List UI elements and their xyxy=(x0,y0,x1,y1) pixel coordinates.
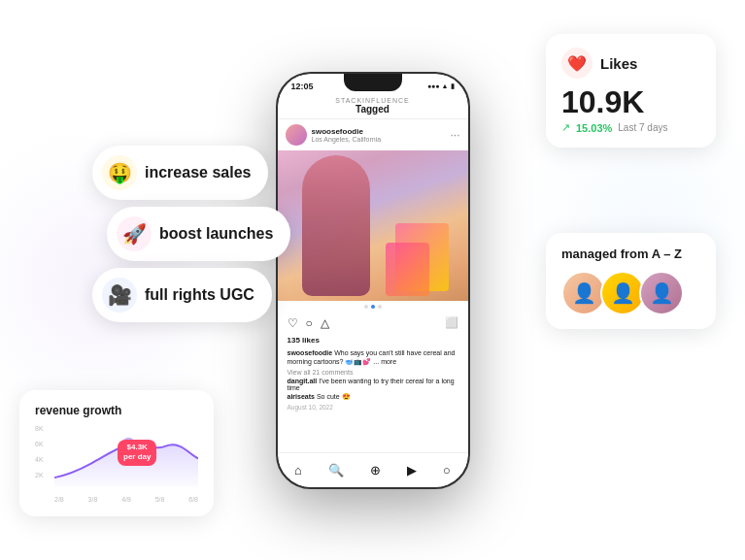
y-axis-labels: 8K 6K 4K 2K xyxy=(35,425,44,487)
revenue-badge-value: $4.3K xyxy=(123,443,151,452)
pill-increase-sales: 🤑 increase sales xyxy=(92,146,268,200)
money-emoji: 🤑 xyxy=(102,155,137,190)
nav-reels-icon[interactable]: ▶ xyxy=(407,463,417,478)
signal-icon: ●●● xyxy=(427,82,440,89)
phone-tab: Tagged xyxy=(278,104,468,115)
revenue-card: revenue growth 8K 6K 4K 2K xyxy=(19,390,214,516)
phone-header: STACKINFLUENCE Tagged xyxy=(278,95,468,119)
x-label-4-8: 4/8 xyxy=(121,496,131,503)
bookmark-icon[interactable]: ⬜ xyxy=(445,316,458,329)
caption-username: swoosefoodie xyxy=(288,349,333,356)
comment-icon[interactable]: ○ xyxy=(306,316,313,330)
more-options-icon[interactable]: ··· xyxy=(450,128,459,142)
nav-add-icon[interactable]: ⊕ xyxy=(370,463,381,478)
view-comments[interactable]: View all 21 comments xyxy=(278,368,468,377)
phone-actions: ♡ ○ △ ⬜ xyxy=(278,313,468,334)
rocket-emoji: 🚀 xyxy=(117,216,152,251)
managed-card: managed from A – Z xyxy=(546,233,716,329)
username: swoosefoodie xyxy=(312,127,446,136)
camera-emoji: 🎥 xyxy=(102,278,137,313)
revenue-badge-sub: per day xyxy=(123,452,151,462)
revenue-card-title: revenue growth xyxy=(35,404,198,417)
chart-svg-area: $4.3K per day xyxy=(54,425,198,487)
pill-full-rights-ugc: 🎥 full rights UGC xyxy=(92,268,272,322)
x-label-5-8: 5/8 xyxy=(155,496,165,503)
x-label-2-8: 2/8 xyxy=(54,496,64,503)
nav-profile-icon[interactable]: ○ xyxy=(443,463,451,478)
status-time: 12:05 xyxy=(291,82,314,91)
share-icon[interactable]: △ xyxy=(321,316,329,330)
heart-icon-likes: ❤️ xyxy=(561,48,593,79)
phone-likes: 135 likes xyxy=(278,334,468,346)
image-dots xyxy=(278,301,468,313)
likes-period: Last 7 days xyxy=(618,122,667,133)
likes-card-title: Likes xyxy=(600,55,637,72)
phone-user-row: swoosefoodie Los Angeles, California ··· xyxy=(278,119,468,150)
dot-1 xyxy=(364,305,368,309)
phone-caption: swoosefoodie Who says you can't still ha… xyxy=(278,346,468,368)
avatar xyxy=(286,124,307,146)
nav-home-icon[interactable]: ⌂ xyxy=(294,463,302,478)
likes-growth-value: 15.03% xyxy=(576,122,612,134)
likes-meta: ↗ 15.03% Last 7 days xyxy=(561,121,700,134)
main-scene: 12:05 ●●● ▲ ▮ STACKINFLUENCE Tagged swoo… xyxy=(0,0,745,560)
dot-3 xyxy=(378,305,382,309)
phone-post-image xyxy=(278,150,468,301)
battery-icon: ▮ xyxy=(451,82,455,90)
status-icons: ●●● ▲ ▮ xyxy=(427,82,455,90)
comment-text-2: So cute 😍 xyxy=(317,393,351,400)
post-date: August 10, 2022 xyxy=(278,402,468,414)
managed-avatars xyxy=(561,271,700,315)
managed-card-title: managed from A – Z xyxy=(561,247,700,261)
y-label-4k: 4K xyxy=(35,456,44,463)
revenue-chart: 8K 6K 4K 2K xyxy=(35,425,198,503)
phone-nav: ⌂ 🔍 ⊕ ▶ ○ xyxy=(278,452,468,487)
user-info: swoosefoodie Los Angeles, California xyxy=(312,127,446,143)
phone-notch xyxy=(344,74,402,91)
x-label-6-8: 6/8 xyxy=(188,496,198,503)
person-silhouette xyxy=(302,155,370,296)
heart-icon[interactable]: ♡ xyxy=(288,316,298,330)
x-axis-labels: 2/8 3/8 4/8 5/8 6/8 xyxy=(54,496,198,503)
likes-value: 10.9K xyxy=(561,86,700,117)
y-label-8k: 8K xyxy=(35,425,44,432)
app-name: STACKINFLUENCE xyxy=(278,97,468,104)
comment-item-1: dangit.all I've been wanting to try thei… xyxy=(278,377,468,392)
managed-avatar-3 xyxy=(639,271,684,315)
growth-arrow-icon: ↗ xyxy=(561,121,570,134)
pill-boost-launches: 🚀 boost launches xyxy=(107,207,290,261)
pill-boost-launches-text: boost launches xyxy=(159,225,273,243)
wifi-icon: ▲ xyxy=(442,82,449,89)
phone-screen: 12:05 ●●● ▲ ▮ STACKINFLUENCE Tagged swoo… xyxy=(278,74,468,487)
x-label-3-8: 3/8 xyxy=(88,496,98,503)
revenue-badge: $4.3K per day xyxy=(118,440,156,466)
y-label-6k: 6K xyxy=(35,441,44,447)
pill-increase-sales-text: increase sales xyxy=(145,164,251,181)
comment-item-2: airiseats So cute 😍 xyxy=(278,392,468,402)
commenter-1: dangit.all xyxy=(288,378,318,384)
likes-card: ❤️ Likes 10.9K ↗ 15.03% Last 7 days xyxy=(546,34,716,148)
y-label-2k: 2K xyxy=(35,472,44,478)
user-location: Los Angeles, California xyxy=(312,136,446,143)
pill-full-rights-text: full rights UGC xyxy=(145,286,254,304)
dot-2 xyxy=(371,305,375,309)
likes-card-header: ❤️ Likes xyxy=(561,48,700,79)
commenter-2: airiseats xyxy=(288,393,315,400)
nav-search-icon[interactable]: 🔍 xyxy=(328,463,344,478)
phone-mockup: 12:05 ●●● ▲ ▮ STACKINFLUENCE Tagged swoo… xyxy=(276,72,470,489)
